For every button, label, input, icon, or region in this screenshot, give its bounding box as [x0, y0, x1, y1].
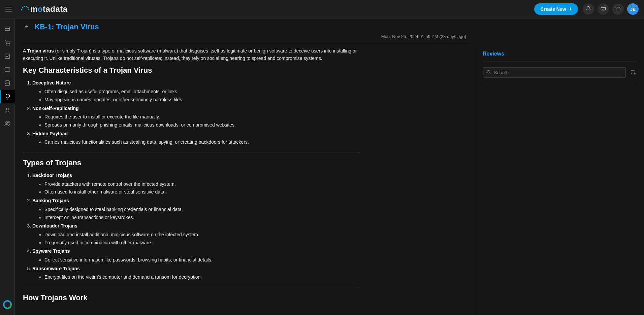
nav-item-deploy[interactable]: [0, 49, 15, 63]
sub-list-item: Collect sensitive information like passw…: [44, 256, 360, 264]
search-icon: [486, 70, 491, 75]
sub-list-item: Download and install additional maliciou…: [44, 231, 360, 239]
kb-title: KB-1: Trojan Virus: [34, 23, 99, 31]
bell-icon: [586, 6, 591, 12]
sub-list-item: Provide attackers with remote control ov…: [44, 181, 360, 188]
sub-list-item: Often disguised as useful programs, emai…: [44, 88, 360, 96]
divider: [23, 152, 360, 152]
divider: [483, 84, 637, 84]
list-item-head: Non-Self-Replicating: [32, 106, 79, 111]
sub-list: Encrypt files on the victim's computer a…: [32, 274, 360, 281]
create-new-button[interactable]: Create New +: [534, 3, 578, 15]
list-item: Deceptive NatureOften disguised as usefu…: [32, 79, 360, 103]
plus-icon: +: [569, 6, 572, 12]
keyboard-icon: [601, 6, 606, 12]
svg-point-13: [6, 108, 8, 110]
heading-key-characteristics: Key Characteristics of a Trojan Virus: [23, 65, 360, 76]
nav-item-user[interactable]: [0, 103, 15, 117]
svg-point-17: [487, 70, 490, 73]
sub-list: Provide attackers with remote control ov…: [32, 181, 360, 196]
sub-list-item: Encrypt files on the victim's computer a…: [44, 274, 360, 281]
topbar: motadata Create New + JE: [0, 0, 644, 19]
sub-list-item: Specifically designed to steal banking c…: [44, 206, 360, 213]
nav-item-dashboard[interactable]: [0, 23, 15, 36]
sub-list-item: Intercept online transactions or keystro…: [44, 214, 360, 221]
list-item-head: Ransomware Trojans: [32, 266, 80, 271]
list-item: Downloader TrojansDownload and install a…: [32, 222, 360, 246]
reviews-search-input[interactable]: [494, 70, 622, 75]
svg-point-14: [5, 121, 7, 124]
nav-item-assets[interactable]: [0, 63, 15, 76]
brand-logo[interactable]: motadata: [20, 4, 68, 14]
list-item-head: Downloader Trojans: [32, 223, 77, 229]
user-avatar[interactable]: JE: [627, 3, 639, 15]
sub-list: Carries malicious functionalities such a…: [32, 139, 360, 146]
logo-dots-icon: [20, 5, 28, 13]
avatar-initials: JE: [630, 7, 636, 12]
sort-button[interactable]: [629, 68, 637, 77]
keyboard-shortcuts-button[interactable]: [598, 3, 609, 15]
svg-point-3: [26, 6, 27, 7]
types-list: Backdoor TrojansProvide attackers with r…: [23, 172, 360, 281]
list-item-head: Hidden Payload: [32, 131, 68, 136]
list-item: Non-Self-ReplicatingRequires the user to…: [32, 105, 360, 129]
sub-list: Specifically designed to steal banking c…: [32, 206, 360, 221]
home-icon: [615, 6, 621, 12]
reviews-panel: Reviews: [476, 46, 644, 315]
home-button[interactable]: [612, 3, 624, 15]
reviews-search-wrap[interactable]: [483, 67, 626, 78]
svg-point-9: [9, 45, 10, 45]
sort-icon: [631, 70, 636, 76]
list-item: Banking TrojansSpecifically designed to …: [32, 197, 360, 221]
list-item: Ransomware TrojansEncrypt files on the v…: [32, 265, 360, 281]
list-item-head: Deceptive Nature: [32, 80, 71, 85]
article-body: A Trojan virus (or simply Trojan) is a t…: [23, 47, 360, 304]
divider: [23, 287, 360, 287]
content-column: KB-1: Trojan Virus Mon, Nov 25, 2024 01:…: [15, 19, 476, 315]
nav-footer-circle-icon[interactable]: [3, 300, 12, 309]
reviews-heading: Reviews: [483, 51, 637, 57]
svg-point-15: [8, 121, 9, 123]
svg-point-1: [22, 7, 23, 8]
sub-list-item: May appear as games, updates, or other s…: [44, 96, 360, 104]
sub-list-item: Frequently used in combination with othe…: [44, 239, 360, 247]
divider: [23, 44, 469, 44]
sub-list-item: Spreads primarily through phishing email…: [44, 121, 360, 129]
notifications-button[interactable]: [583, 3, 594, 15]
key-characteristics-list: Deceptive NatureOften disguised as usefu…: [23, 79, 360, 146]
main: KB-1: Trojan Virus Mon, Nov 25, 2024 01:…: [15, 19, 644, 315]
nav-item-database[interactable]: [0, 76, 15, 90]
sub-list-item: Often used to install other malware or s…: [44, 188, 360, 196]
sub-list: Often disguised as useful programs, emai…: [32, 88, 360, 103]
intro-paragraph: A Trojan virus (or simply Trojan) is a t…: [23, 47, 360, 62]
list-item-head: Banking Trojans: [32, 198, 69, 203]
create-new-label: Create New: [540, 6, 566, 12]
logo-text: motadata: [30, 4, 68, 14]
left-nav: [0, 19, 15, 315]
svg-rect-10: [5, 54, 10, 59]
svg-point-2: [24, 6, 25, 7]
sub-list-item: Requires the user to install or execute …: [44, 113, 360, 121]
list-item-head: Spyware Trojans: [32, 248, 70, 254]
list-item: Backdoor TrojansProvide attackers with r…: [32, 172, 360, 196]
heading-how-work: How Trojans Work: [23, 292, 360, 304]
divider: [483, 62, 637, 62]
svg-point-8: [6, 45, 7, 45]
svg-point-5: [28, 9, 29, 10]
svg-point-12: [5, 81, 10, 82]
sub-list-item: Carries malicious functionalities such a…: [44, 139, 360, 146]
back-arrow-button[interactable]: [23, 23, 30, 31]
svg-rect-11: [5, 68, 10, 71]
list-item: Hidden PayloadCarries malicious function…: [32, 130, 360, 146]
nav-item-knowledge[interactable]: [0, 90, 15, 103]
hamburger-menu-button[interactable]: [5, 5, 13, 13]
svg-point-0: [21, 9, 22, 10]
nav-item-users[interactable]: [0, 117, 15, 130]
sub-list: Collect sensitive information like passw…: [32, 256, 360, 264]
svg-point-4: [27, 7, 29, 8]
sub-list: Requires the user to install or execute …: [32, 113, 360, 129]
nav-item-cart[interactable]: [0, 36, 15, 49]
sub-list: Download and install additional maliciou…: [32, 231, 360, 246]
list-item: Spyware TrojansCollect sensitive informa…: [32, 248, 360, 264]
list-item-head: Backdoor Trojans: [32, 173, 72, 178]
